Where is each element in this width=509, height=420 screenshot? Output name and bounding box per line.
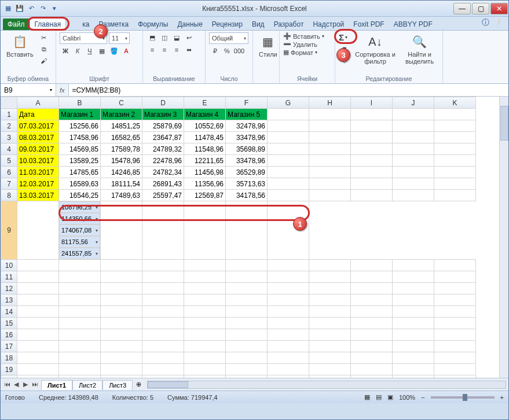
- cell-E19[interactable]: [184, 364, 226, 375]
- cell-G13[interactable]: [268, 294, 309, 306]
- cell-C18[interactable]: [101, 352, 142, 364]
- cell-A4[interactable]: 09.03.2017: [17, 143, 59, 155]
- cell-K12[interactable]: [434, 283, 476, 294]
- cell-K20[interactable]: [434, 375, 476, 378]
- align-middle-icon[interactable]: ◫: [159, 32, 170, 43]
- cell-G12[interactable]: [268, 283, 309, 294]
- insert-cells-button[interactable]: ➕Вставить▾: [283, 32, 324, 40]
- paste-button[interactable]: 📋 Вставить: [4, 32, 36, 59]
- col-header-K[interactable]: K: [434, 97, 476, 109]
- cell-E20[interactable]: [184, 375, 226, 378]
- format-cells-button[interactable]: ▦Формат▾: [283, 49, 317, 56]
- cell-G7[interactable]: [268, 178, 309, 190]
- cell-K4[interactable]: [434, 143, 476, 155]
- row-header-19[interactable]: 19: [1, 364, 17, 375]
- undo-icon[interactable]: ↶: [26, 3, 36, 14]
- cell-C6[interactable]: 14246,85: [101, 167, 142, 178]
- cell-H13[interactable]: [309, 294, 351, 306]
- row-header-6[interactable]: 6: [1, 167, 17, 178]
- cell-F5[interactable]: 33478,96: [226, 155, 268, 167]
- cell-J5[interactable]: [393, 155, 434, 167]
- cell-J7[interactable]: [393, 178, 434, 190]
- cell-A11[interactable]: [17, 271, 59, 283]
- cell-I14[interactable]: [351, 306, 393, 318]
- border-button[interactable]: ▦: [96, 46, 108, 56]
- tab-data[interactable]: Данные: [173, 19, 207, 30]
- cell-J4[interactable]: [393, 143, 434, 155]
- row-header-16[interactable]: 16: [1, 329, 17, 341]
- cell-F14[interactable]: [226, 306, 268, 318]
- cell-C20[interactable]: [101, 375, 142, 378]
- zoom-out-icon[interactable]: −: [421, 394, 424, 401]
- cell-I9[interactable]: [184, 201, 226, 260]
- cell-J17[interactable]: [393, 341, 434, 352]
- cell-G10[interactable]: [268, 260, 309, 271]
- cell-G18[interactable]: [268, 352, 309, 364]
- cell-K6[interactable]: [434, 167, 476, 178]
- cell-F2[interactable]: 32478,96: [226, 120, 268, 132]
- cell-F10[interactable]: [226, 260, 268, 271]
- cell-I18[interactable]: [351, 352, 393, 364]
- cell-A3[interactable]: 08.03.2017: [17, 132, 59, 143]
- cell-D16[interactable]: [142, 329, 184, 341]
- cell-K2[interactable]: [434, 120, 476, 132]
- sheet-tab-2[interactable]: Лист2: [72, 380, 102, 390]
- row-header-11[interactable]: 11: [1, 271, 17, 283]
- cell-G15[interactable]: [268, 318, 309, 329]
- cell-G6[interactable]: [268, 167, 309, 178]
- cell-A6[interactable]: 11.03.2017: [17, 167, 59, 178]
- cell-C19[interactable]: [101, 364, 142, 375]
- cell-J15[interactable]: [393, 318, 434, 329]
- col-header-E[interactable]: E: [184, 97, 226, 109]
- font-size-select[interactable]: 11: [109, 32, 130, 44]
- cell-J9[interactable]: [226, 201, 268, 260]
- cell-A2[interactable]: 07.03.2017: [17, 120, 59, 132]
- select-all-corner[interactable]: [1, 97, 17, 109]
- cell-J3[interactable]: [393, 132, 434, 143]
- cell-K15[interactable]: [434, 318, 476, 329]
- row-header-7[interactable]: 7: [1, 178, 17, 190]
- cell-I11[interactable]: [351, 271, 393, 283]
- cell-E4[interactable]: 11548,96: [184, 143, 226, 155]
- align-right-icon[interactable]: ≡: [171, 45, 182, 55]
- align-left-icon[interactable]: ≡: [147, 45, 158, 55]
- cell-K8[interactable]: [434, 190, 476, 201]
- cell-B18[interactable]: [59, 352, 101, 364]
- save-icon[interactable]: 💾: [14, 3, 25, 14]
- cell-D12[interactable]: [142, 283, 184, 294]
- cell-D15[interactable]: [142, 318, 184, 329]
- cell-G11[interactable]: [268, 271, 309, 283]
- cell-D17[interactable]: [142, 341, 184, 352]
- find-select-button[interactable]: 🔍 Найти и выделить: [400, 32, 439, 66]
- cell-G19[interactable]: [268, 364, 309, 375]
- cell-H11[interactable]: [309, 271, 351, 283]
- cell-C3[interactable]: 16582,65: [101, 132, 142, 143]
- cell-J13[interactable]: [393, 294, 434, 306]
- cell-A14[interactable]: [17, 306, 59, 318]
- row-header-4[interactable]: 4: [1, 143, 17, 155]
- tab-hidden[interactable]: ка: [78, 19, 94, 30]
- cell-B20[interactable]: [59, 375, 101, 378]
- cell-D10[interactable]: [142, 260, 184, 271]
- tab-developer[interactable]: Разработ: [269, 19, 309, 30]
- cell-B1[interactable]: Магазин 1: [59, 109, 101, 120]
- cell-I15[interactable]: [351, 318, 393, 329]
- cell-E7[interactable]: 11356,96: [184, 178, 226, 190]
- cell-E10[interactable]: [184, 260, 226, 271]
- formula-input[interactable]: =СУММ(B2:B8): [68, 84, 508, 96]
- cell-J10[interactable]: [393, 260, 434, 271]
- col-header-B[interactable]: B: [59, 97, 101, 109]
- new-sheet-icon[interactable]: ⊕: [133, 381, 145, 388]
- tab-addins[interactable]: Надстрой: [308, 19, 349, 30]
- tab-home[interactable]: Главная: [30, 18, 67, 30]
- cell-H12[interactable]: [309, 283, 351, 294]
- cell-B15[interactable]: [59, 318, 101, 329]
- cell-E2[interactable]: 10552,69: [184, 120, 226, 132]
- cell-D4[interactable]: 24789,32: [142, 143, 184, 155]
- cell-H10[interactable]: [309, 260, 351, 271]
- cell-E13[interactable]: [184, 294, 226, 306]
- cell-I16[interactable]: [351, 329, 393, 341]
- cell-F8[interactable]: 34178,56: [226, 190, 268, 201]
- cell-D1[interactable]: Магазин 3: [142, 109, 184, 120]
- cell-H5[interactable]: [309, 155, 351, 167]
